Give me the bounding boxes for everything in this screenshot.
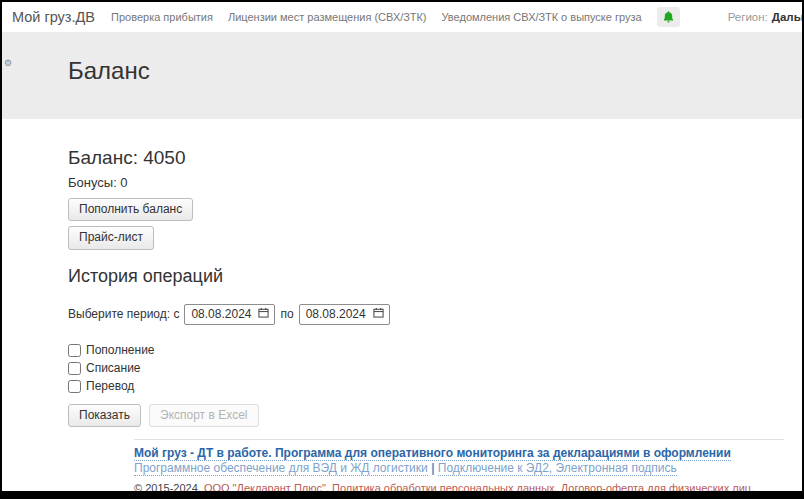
main-content: Баланс: 4050 Бонусы: 0 Пополнить баланс …: [2, 119, 802, 491]
nav-item-licenses[interactable]: Лицензии мест размещения (СВХ/ЗТК): [228, 11, 427, 23]
export-excel-button[interactable]: Экспорт в Excel: [149, 404, 258, 427]
gear-icon[interactable]: ⚙: [4, 59, 12, 68]
footer-link-company[interactable]: ООО "Декларант Плюс",: [204, 482, 329, 491]
nav-item-notifications[interactable]: Уведомления СВХ/ЗТК о выпуске груза: [442, 11, 642, 23]
date-to-value: 08.08.2024: [306, 307, 366, 321]
topup-checkbox[interactable]: [68, 344, 81, 357]
notifications-button[interactable]: [657, 7, 680, 26]
writeoff-checkbox[interactable]: [68, 362, 81, 375]
region-label: Регион:: [728, 11, 768, 23]
operation-type-filters: Пополнение Списание Перевод: [68, 343, 792, 394]
page-header: ⚙ Баланс: [2, 33, 802, 119]
topup-balance-button[interactable]: Пополнить баланс: [68, 198, 193, 221]
balance-amount: Баланс: 4050: [68, 147, 792, 169]
footer-link-dt-v-rabote[interactable]: Мой груз - ДТ в работе. Программа для оп…: [134, 446, 731, 461]
actions-row: Показать Экспорт в Excel: [68, 404, 792, 427]
period-middle-label: по: [280, 307, 293, 321]
date-from-value: 08.08.2024: [191, 307, 251, 321]
transfer-checkbox-label: Перевод: [86, 379, 134, 393]
history-section-title: История операций: [68, 266, 792, 287]
brand-logo[interactable]: Мой груз.ДВ: [12, 9, 95, 25]
transfer-checkbox[interactable]: [68, 380, 81, 393]
copyright-text: © 2015-2024,: [134, 482, 201, 491]
calendar-icon[interactable]: [258, 307, 269, 321]
period-label: Выберите период: с: [68, 307, 179, 321]
page-footer: Мой груз - ДТ в работе. Программа для оп…: [134, 439, 784, 491]
price-list-button[interactable]: Прайс-лист: [68, 226, 154, 249]
region-selector[interactable]: Регион: Дальний Восток (ДВТУ): [728, 11, 802, 23]
app-window: Мой груз.ДВ Проверка прибытия Лицензии м…: [2, 2, 802, 491]
topup-checkbox-label: Пополнение: [86, 343, 155, 357]
page-title: Баланс: [2, 33, 802, 85]
show-button[interactable]: Показать: [68, 404, 141, 427]
footer-link-software[interactable]: Программное обеспечение для ВЭД и ЖД лог…: [134, 461, 428, 476]
filter-transfer: Перевод: [68, 379, 792, 394]
region-value: Дальний Восток (ДВТУ): [772, 11, 802, 23]
filter-topup: Пополнение: [68, 343, 792, 358]
bonus-amount: Бонусы: 0: [68, 175, 792, 190]
footer-separator: |: [431, 461, 434, 475]
footer-link-ed2[interactable]: Подключение к ЭД2, Электронная подпись: [438, 461, 677, 476]
date-to-input[interactable]: 08.08.2024: [299, 304, 390, 325]
nav-item-arrival-check[interactable]: Проверка прибытия: [111, 11, 213, 23]
calendar-icon[interactable]: [373, 307, 384, 321]
footer-link-offer-individuals[interactable]: Договор-оферта для физических лиц,: [561, 482, 754, 491]
period-filter-row: Выберите период: с 08.08.2024 по 08.08.2…: [68, 304, 792, 325]
top-navbar: Мой груз.ДВ Проверка прибытия Лицензии м…: [2, 2, 802, 33]
filter-writeoff: Списание: [68, 361, 792, 376]
writeoff-checkbox-label: Списание: [86, 361, 141, 375]
date-from-input[interactable]: 08.08.2024: [184, 304, 275, 325]
footer-link-privacy-policy[interactable]: Политика обработки персональных данных,: [332, 482, 558, 491]
bell-icon: [663, 11, 674, 26]
